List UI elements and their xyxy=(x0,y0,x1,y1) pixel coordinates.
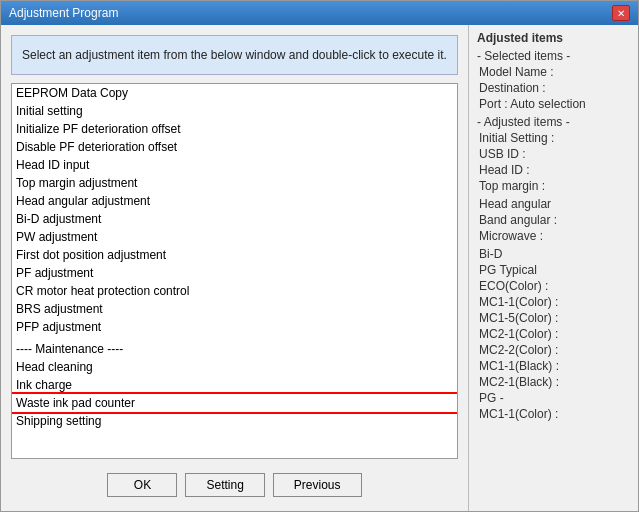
pg-typical-field: PG Typical xyxy=(477,263,630,277)
list-item[interactable]: EEPROM Data Copy xyxy=(12,84,457,102)
list-item[interactable]: Bi-D adjustment xyxy=(12,210,457,228)
mc1-1-color-field: MC1-1(Color) : xyxy=(477,295,630,309)
mc1-1-color2-field: MC1-1(Color) : xyxy=(477,407,630,421)
list-scroll[interactable]: EEPROM Data CopyInitial settingInitializ… xyxy=(12,84,457,458)
right-panel-title: Adjusted items xyxy=(477,31,630,45)
instruction-box: Select an adjustment item from the below… xyxy=(11,35,458,75)
list-item[interactable]: CR motor heat protection control xyxy=(12,282,457,300)
list-item[interactable]: PW adjustment xyxy=(12,228,457,246)
list-item[interactable]: Head angular adjustment xyxy=(12,192,457,210)
list-item[interactable]: Head ID input xyxy=(12,156,457,174)
head-angular-field: Head angular xyxy=(477,197,630,211)
mc2-1-black-field: MC2-1(Black) : xyxy=(477,375,630,389)
list-item[interactable]: Waste ink pad counter xyxy=(12,394,457,412)
band-angular-field: Band angular : xyxy=(477,213,630,227)
selected-section-label: - Selected items - xyxy=(477,49,630,63)
left-panel: Select an adjustment item from the below… xyxy=(1,25,468,511)
model-name-field: Model Name : xyxy=(477,65,630,79)
pg-field: PG - xyxy=(477,391,630,405)
mc2-1-color-field: MC2-1(Color) : xyxy=(477,327,630,341)
port-field: Port : Auto selection xyxy=(477,97,630,111)
top-margin-field: Top margin : xyxy=(477,179,630,193)
list-item[interactable]: BRS adjustment xyxy=(12,300,457,318)
title-controls: ✕ xyxy=(612,5,630,21)
title-bar: Adjustment Program ✕ xyxy=(1,1,638,25)
list-item[interactable]: Disable PF deterioration offset xyxy=(12,138,457,156)
setting-button[interactable]: Setting xyxy=(185,473,264,497)
list-item[interactable]: First dot position adjustment xyxy=(12,246,457,264)
list-item[interactable]: Ink charge xyxy=(12,376,457,394)
list-item[interactable]: Initial setting xyxy=(12,102,457,120)
content-area: Select an adjustment item from the below… xyxy=(1,25,638,511)
ok-button[interactable]: OK xyxy=(107,473,177,497)
list-item[interactable]: Head cleaning xyxy=(12,358,457,376)
button-row: OK Setting Previous xyxy=(11,467,458,501)
right-panel: Adjusted items - Selected items - Model … xyxy=(468,25,638,511)
mc1-5-color-field: MC1-5(Color) : xyxy=(477,311,630,325)
adjusted-section-label: - Adjusted items - xyxy=(477,115,630,129)
destination-field: Destination : xyxy=(477,81,630,95)
eco-color-field: ECO(Color) : xyxy=(477,279,630,293)
bi-d-field: Bi-D xyxy=(477,247,630,261)
window-title: Adjustment Program xyxy=(9,6,118,20)
list-container: EEPROM Data CopyInitial settingInitializ… xyxy=(11,83,458,459)
head-id-field: Head ID : xyxy=(477,163,630,177)
list-item[interactable]: PF adjustment xyxy=(12,264,457,282)
list-item[interactable]: PFP adjustment xyxy=(12,318,457,336)
initial-setting-field: Initial Setting : xyxy=(477,131,630,145)
instruction-text: Select an adjustment item from the below… xyxy=(22,48,447,62)
microwave-field: Microwave : xyxy=(477,229,630,243)
usb-id-field: USB ID : xyxy=(477,147,630,161)
previous-button[interactable]: Previous xyxy=(273,473,362,497)
list-item[interactable]: Initialize PF deterioration offset xyxy=(12,120,457,138)
main-window: Adjustment Program ✕ Select an adjustmen… xyxy=(0,0,639,512)
list-item[interactable]: ---- Maintenance ---- xyxy=(12,340,457,358)
close-button[interactable]: ✕ xyxy=(612,5,630,21)
list-item[interactable]: Top margin adjustment xyxy=(12,174,457,192)
mc2-2-color-field: MC2-2(Color) : xyxy=(477,343,630,357)
list-item[interactable]: Shipping setting xyxy=(12,412,457,430)
mc1-1-black-field: MC1-1(Black) : xyxy=(477,359,630,373)
